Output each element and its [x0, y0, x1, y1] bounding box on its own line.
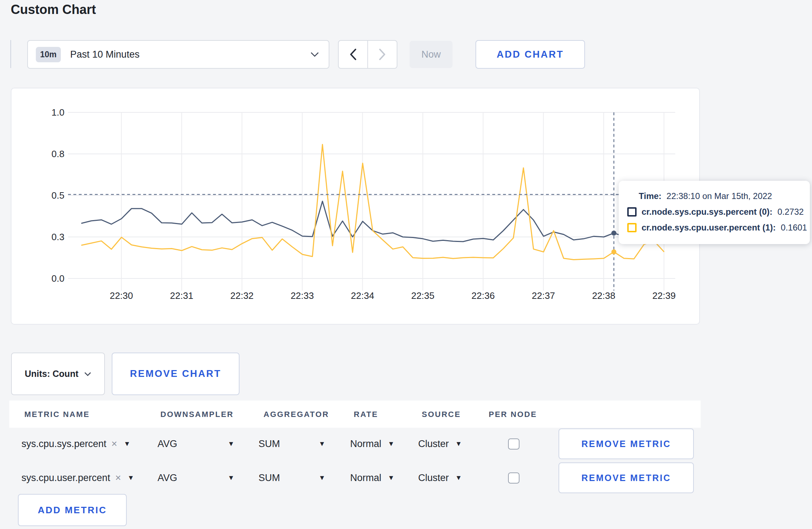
metric-name-dropdown[interactable]: sys.cpu.user.percent × ▼ — [21, 462, 134, 493]
aggregator-dropdown[interactable]: SUM — [258, 428, 280, 459]
downsampler-caret[interactable]: ▼ — [228, 428, 235, 459]
source-dropdown[interactable]: Cluster ▼ — [418, 462, 462, 493]
rate-dropdown[interactable]: Normal ▼ — [350, 462, 395, 493]
remove-chart-button[interactable]: REMOVE CHART — [112, 353, 240, 395]
col-header-metric-name: METRIC NAME — [24, 410, 90, 419]
chevron-down-icon — [84, 372, 91, 377]
col-header-downsampler: DOWNSAMPLER — [160, 410, 234, 419]
metric-name-dropdown[interactable]: sys.cpu.sys.percent × ▼ — [21, 428, 130, 459]
downsampler-value: AVG — [158, 472, 177, 484]
units-label: Units: Count — [25, 369, 78, 379]
caret-down-icon: ▼ — [127, 474, 134, 482]
caret-down-icon: ▼ — [228, 474, 235, 482]
chevron-down-icon — [310, 51, 319, 58]
source-dropdown[interactable]: Cluster ▼ — [418, 428, 462, 459]
col-header-per-node: PER NODE — [489, 410, 537, 419]
aggregator-caret[interactable]: ▼ — [319, 428, 325, 459]
caret-down-icon: ▼ — [455, 440, 462, 448]
tooltip-time-label: Time: — [639, 191, 662, 201]
aggregator-value: SUM — [258, 472, 280, 484]
page-title: Custom Chart — [11, 2, 96, 17]
per-node-checkbox[interactable] — [508, 438, 519, 450]
aggregator-dropdown[interactable]: SUM — [258, 462, 280, 493]
tooltip-time-row: Time: 22:38:10 on Mar 15th, 2022 — [619, 190, 810, 202]
caret-down-icon: ▼ — [388, 440, 395, 448]
time-range-badge: 10m — [36, 47, 61, 62]
series-swatch-icon — [627, 207, 637, 217]
time-pager — [338, 40, 397, 69]
metric-name-value: sys.cpu.sys.percent — [21, 438, 106, 450]
col-header-rate: RATE — [354, 410, 378, 419]
aggregator-caret[interactable]: ▼ — [319, 462, 325, 493]
metric-name-value: sys.cpu.user.percent — [21, 472, 110, 484]
time-range-label: Past 10 Minutes — [70, 49, 140, 60]
caret-down-icon: ▼ — [319, 474, 325, 482]
tooltip-time-value: 22:38:10 on Mar 15th, 2022 — [667, 191, 772, 201]
chart-card — [11, 88, 700, 325]
add-chart-button[interactable]: ADD CHART — [475, 40, 585, 69]
close-icon[interactable]: × — [111, 438, 117, 450]
chevron-right-icon — [378, 48, 386, 60]
caret-down-icon: ▼ — [228, 440, 235, 448]
downsampler-value: AVG — [158, 438, 177, 450]
remove-metric-button[interactable]: REMOVE METRIC — [559, 462, 694, 493]
prev-interval-button[interactable] — [339, 41, 367, 68]
series-swatch-icon — [627, 223, 637, 232]
metrics-table-header: METRIC NAME DOWNSAMPLER AGGREGATOR RATE … — [9, 401, 701, 428]
metric-row: sys.cpu.sys.percent × ▼ AVG ▼ SUM ▼ Norm… — [9, 428, 701, 459]
tooltip-series-name: cr.node.sys.cpu.sys.percent (0): — [642, 207, 772, 217]
caret-down-icon: ▼ — [388, 474, 395, 482]
next-interval-button[interactable] — [367, 41, 397, 68]
col-header-source: SOURCE — [422, 410, 461, 419]
downsampler-dropdown[interactable]: AVG — [158, 462, 177, 493]
add-metric-button[interactable]: ADD METRIC — [18, 494, 127, 526]
tooltip-series-row: cr.node.sys.cpu.user.percent (1): 0.1601 — [619, 222, 810, 234]
col-header-aggregator: AGGREGATOR — [264, 410, 329, 419]
tooltip-series-value: 0.2732 — [777, 207, 803, 217]
rate-dropdown[interactable]: Normal ▼ — [350, 428, 395, 459]
caret-down-icon: ▼ — [124, 440, 130, 448]
tooltip-series-row: cr.node.sys.cpu.sys.percent (0): 0.2732 — [619, 206, 810, 218]
chart-tooltip: Time: 22:38:10 on Mar 15th, 2022 cr.node… — [619, 181, 810, 244]
aggregator-value: SUM — [258, 438, 280, 450]
chevron-left-icon — [349, 48, 357, 60]
downsampler-dropdown[interactable]: AVG — [158, 428, 177, 459]
tooltip-series-name: cr.node.sys.cpu.user.percent (1): — [642, 223, 776, 233]
rate-value: Normal — [350, 472, 381, 484]
time-range-select[interactable]: 10m Past 10 Minutes — [27, 40, 329, 69]
close-icon[interactable]: × — [115, 472, 121, 484]
units-select[interactable]: Units: Count — [11, 353, 105, 395]
source-value: Cluster — [418, 472, 449, 484]
caret-down-icon: ▼ — [455, 474, 462, 482]
now-button[interactable]: Now — [410, 41, 453, 68]
downsampler-caret[interactable]: ▼ — [228, 462, 235, 493]
remove-metric-button[interactable]: REMOVE METRIC — [559, 428, 694, 459]
source-value: Cluster — [418, 438, 449, 450]
per-node-checkbox[interactable] — [508, 472, 519, 484]
tooltip-series-value: 0.1601 — [781, 223, 807, 233]
metric-row: sys.cpu.user.percent × ▼ AVG ▼ SUM ▼ Nor… — [9, 462, 701, 493]
rate-value: Normal — [350, 438, 381, 450]
toolbar-divider — [10, 40, 11, 68]
caret-down-icon: ▼ — [319, 440, 325, 448]
